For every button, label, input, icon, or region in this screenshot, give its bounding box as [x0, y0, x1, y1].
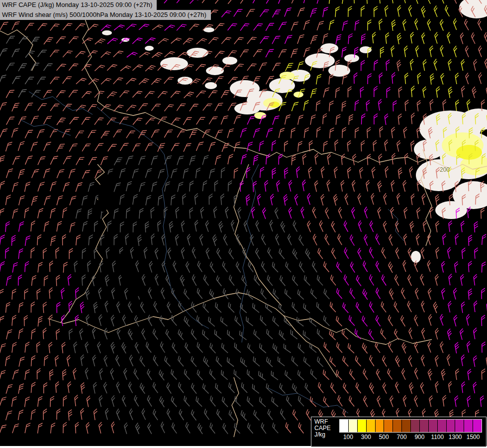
wind-barb [203, 104, 212, 111]
wind-barb [397, 33, 401, 44]
wind-barb [95, 65, 105, 71]
wind-barb [85, 368, 88, 379]
wind-barb [111, 422, 115, 433]
wind-barb [352, 208, 355, 219]
wind-barb [190, 156, 195, 165]
wind-barb [99, 368, 103, 380]
wind-barb [171, 38, 182, 43]
wind-barb [350, 288, 355, 299]
wind-barb [215, 51, 224, 58]
wind-barb [247, 369, 254, 379]
wind-barb [151, 130, 159, 138]
wind-barb [167, 383, 171, 394]
wind-barb [329, 74, 333, 85]
wind-barb [317, 0, 323, 3]
wind-barb [325, 208, 329, 219]
wind-barb [358, 194, 361, 205]
wind-barb [145, 168, 152, 178]
wind-barb [374, 6, 378, 17]
wind-barb [171, 118, 181, 125]
wind-barb [107, 118, 116, 125]
wind-barb [95, 143, 104, 151]
wind-barb [154, 301, 158, 312]
wind-barb [279, 22, 287, 30]
wind-barb [441, 261, 445, 273]
country-border [0, 30, 36, 71]
wind-barb [80, 329, 83, 340]
wind-barb [313, 234, 317, 245]
wind-barb [291, 49, 298, 58]
wind-barb [124, 368, 127, 380]
wind-barb [44, 222, 49, 232]
wind-barb [304, 275, 310, 285]
wind-barb [81, 354, 84, 366]
wind-barb [75, 422, 79, 433]
wind-barb [223, 288, 228, 299]
wind-barb [292, 383, 298, 394]
wind-barb [114, 105, 124, 112]
wind-barb [403, 395, 406, 407]
wind-barb [298, 115, 303, 125]
wind-barb [329, 101, 334, 112]
wind-barb [298, 370, 304, 380]
wind-barb [231, 220, 234, 231]
wind-barb [411, 194, 414, 205]
wind-barb [134, 316, 139, 327]
wind-barb [50, 369, 54, 380]
legend-value: 500 [379, 434, 389, 441]
wind-barb [5, 195, 10, 205]
wind-barb [31, 116, 39, 124]
wind-barb [350, 262, 355, 273]
wind-barb [148, 288, 152, 299]
wind-barb [466, 73, 469, 84]
wind-barb [191, 329, 196, 339]
legend-swatch [473, 420, 482, 432]
wind-barb [126, 131, 135, 138]
wind-barb [61, 288, 65, 299]
wind-barb [465, 19, 469, 30]
wind-barb [374, 113, 378, 124]
wind-barb [76, 209, 82, 219]
wind-barb [253, 155, 258, 165]
wind-barb [461, 355, 465, 366]
wind-barb [272, 36, 280, 44]
wind-barb [38, 157, 45, 165]
wind-barb [31, 355, 35, 366]
wind-barb [448, 59, 452, 71]
wind-barb [350, 234, 354, 245]
wind-barb [395, 247, 399, 259]
wind-barb [80, 302, 84, 313]
wind-barb [228, 302, 234, 312]
legend-values: 100300500700900110013001500 [339, 434, 482, 443]
wind-barb [285, 8, 292, 17]
wind-barb [279, 248, 285, 259]
cape-patch-pale-yellow [280, 72, 294, 80]
wind-barb [420, 382, 424, 394]
legend-title-line3: J/kg [314, 432, 339, 438]
wind-barb [88, 105, 97, 112]
wind-barb [310, 8, 317, 17]
wind-barb [37, 368, 41, 379]
wind-barb [25, 397, 30, 407]
lake-layer [96, 173, 146, 299]
wind-barb [323, 397, 329, 407]
wind-barb [360, 167, 363, 178]
wind-barb [57, 302, 60, 313]
wind-barb [473, 382, 477, 394]
wind-barb [177, 0, 187, 3]
wind-barb [366, 180, 370, 192]
wind-barb [254, 24, 263, 31]
wind-barb [132, 169, 139, 178]
wind-barb [415, 18, 418, 30]
wind-barb [317, 21, 324, 30]
wind-barb [447, 329, 451, 340]
wind-barb [242, 275, 247, 286]
wind-barb [472, 87, 476, 98]
wind-barb [114, 234, 117, 245]
wind-barb [99, 261, 103, 273]
wind-barb [51, 236, 56, 246]
wind-barb [428, 288, 431, 300]
legend-scale: 100300500700900110013001500 [339, 419, 482, 447]
wind-barb [397, 193, 400, 205]
wind-barb [363, 289, 368, 300]
